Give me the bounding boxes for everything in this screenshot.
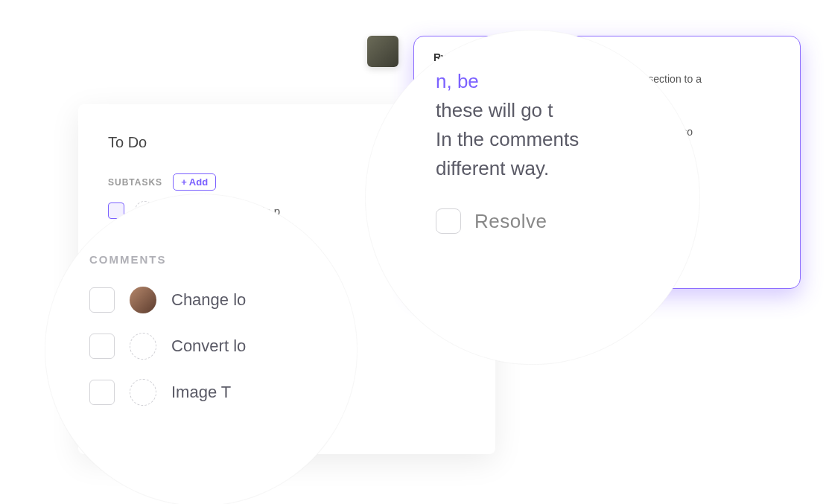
zoom-text-line: In the comments [436,128,579,150]
zoom-lens-comment: n, be these will go t In the comments di… [365,30,700,365]
assignee-placeholder-icon[interactable] [130,333,156,360]
zoom-task-label: Image T [171,383,231,402]
resolve-label: Resolve [474,210,547,233]
assignee-avatar[interactable] [130,287,156,313]
zoom-mention: n, be [436,70,479,92]
resolve-row[interactable]: Resolve [436,208,670,234]
zoom-text-line: different way. [436,157,549,179]
checkbox-icon[interactable] [89,287,115,313]
zoom-task-row[interactable]: Convert lo [89,333,328,360]
assignee-placeholder-icon[interactable] [130,379,156,406]
zoom-task-label: Change lo [171,290,246,310]
checkbox-icon[interactable] [89,380,115,405]
zoom-lens-comments-list: COMMENTS Change lo Convert lo Image T [45,194,358,504]
subtasks-label: SUBTASKS [108,177,162,188]
add-subtask-button[interactable]: + Add [173,173,216,191]
comment-author-avatar[interactable] [367,36,398,67]
zoom-text-line: these will go t [436,99,553,121]
zoom-task-row[interactable]: Change lo [89,287,328,313]
zoom-task-row[interactable]: Image T [89,379,328,406]
zoom-comments-label: COMMENTS [89,253,328,266]
checkbox-icon[interactable] [89,334,115,359]
zoom-task-label: Convert lo [171,336,246,356]
resolve-checkbox[interactable] [436,208,461,234]
